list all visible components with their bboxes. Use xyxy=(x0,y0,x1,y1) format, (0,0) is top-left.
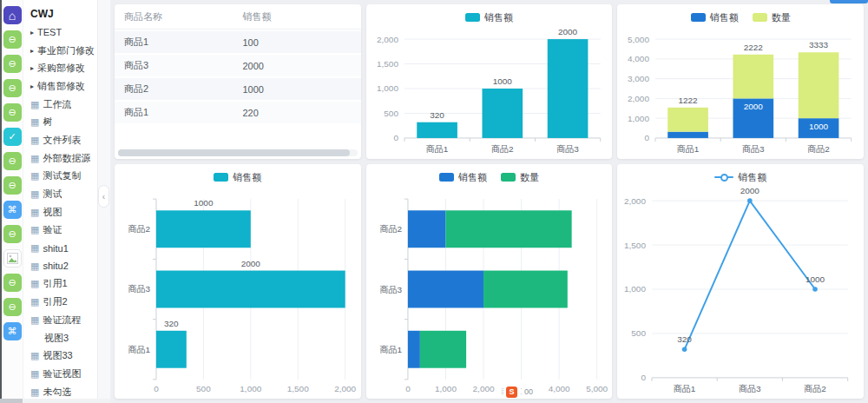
legend-item[interactable]: 销售额 xyxy=(714,171,766,184)
sidebar-item[interactable]: ▦验证视图 xyxy=(23,365,97,383)
chevron-left-icon: ‹ xyxy=(102,192,105,202)
svg-text:商品2: 商品2 xyxy=(128,224,150,234)
app-command-icon[interactable]: ⌘ xyxy=(3,322,22,340)
scrollbar-thumb[interactable] xyxy=(118,149,350,156)
sidebar-item-label: 树 xyxy=(43,116,52,129)
chart-canvas[interactable]: 05001,0001,5002,000商品1商品2商品332010002000 xyxy=(366,27,613,159)
table-row[interactable]: 商品1100 xyxy=(115,31,361,53)
sales-line-chart-panel: 销售额05001,0001,5002,000商品1商品3商品2320200010… xyxy=(617,164,864,399)
sidebar-item[interactable]: ▦外部数据源 xyxy=(23,149,97,168)
legend-label: 销售额 xyxy=(738,171,766,184)
sidebar-horizontal-scrollbar[interactable] xyxy=(0,399,110,403)
home-icon[interactable]: ⌂ xyxy=(3,6,22,24)
sidebar-item[interactable]: ▦测试复制 xyxy=(23,168,97,186)
svg-text:商品1: 商品1 xyxy=(425,144,448,154)
sidebar-item[interactable]: ▸采购部修改 xyxy=(23,59,97,77)
svg-text:1000: 1000 xyxy=(809,122,829,131)
svg-text:500: 500 xyxy=(196,384,211,393)
table-row[interactable]: 商品21000 xyxy=(115,78,361,100)
legend-item[interactable]: 销售额 xyxy=(465,11,513,24)
table-horizontal-scrollbar[interactable] xyxy=(118,149,358,156)
sidebar-item[interactable]: ▦文件列表 xyxy=(23,131,97,149)
legend-item[interactable]: 销售额 xyxy=(439,171,487,184)
sidebar-item[interactable]: ▸TEST xyxy=(23,23,97,42)
sidebar-item[interactable]: ▦引用1 xyxy=(23,275,97,294)
sidebar-item[interactable]: 视图3 xyxy=(23,329,97,347)
sidebar-item[interactable]: ▦shitu1 xyxy=(23,239,97,257)
sidebar-menu: CWJ ▸TEST▸事业部门修改▸采购部修改▸销售部修改▦工作流▦树▦文件列表▦… xyxy=(23,0,98,403)
legend-item[interactable]: 销售额 xyxy=(214,171,261,184)
series-swatch-icon xyxy=(691,13,706,22)
recorder-app-icon[interactable]: S xyxy=(506,386,517,398)
svg-text:商品3: 商品3 xyxy=(742,144,765,154)
line-series-swatch-icon xyxy=(714,173,733,182)
svg-text:1,000: 1,000 xyxy=(624,285,646,294)
svg-text:商品1: 商品1 xyxy=(379,345,402,354)
sidebar-item-label: shitu1 xyxy=(43,243,68,254)
chart-canvas[interactable]: 05001,0001,5002,000商品2商品3商品110002000320 xyxy=(115,187,361,399)
recorder-timer: 00 xyxy=(524,387,533,396)
svg-text:商品3: 商品3 xyxy=(379,285,402,294)
chart-canvas[interactable]: 05001,0001,5002,000商品1商品3商品232020001000 xyxy=(617,187,864,399)
app-circle-minus-icon[interactable]: ⊖ xyxy=(3,79,22,97)
sidebar-item[interactable]: ▦shitu2 xyxy=(23,257,97,275)
app-shield-check-icon[interactable]: ✓ xyxy=(3,128,22,146)
svg-text:商品3: 商品3 xyxy=(739,384,761,393)
svg-text:0: 0 xyxy=(645,133,650,142)
column-header: 销售额 xyxy=(243,10,361,23)
sidebar-item[interactable]: ▦验证 xyxy=(23,221,97,240)
sidebar-item[interactable]: ▦视图 xyxy=(23,203,97,221)
app-circle-minus-icon[interactable]: ⊖ xyxy=(3,298,22,316)
app-command-icon[interactable]: ⌘ xyxy=(3,201,22,219)
sidebar-item[interactable]: ▦测试 xyxy=(23,185,97,203)
broken-image-icon[interactable] xyxy=(3,249,22,268)
legend-item[interactable]: 销售额 xyxy=(691,11,739,24)
sidebar-item[interactable]: ▦引用2 xyxy=(23,293,97,311)
svg-text:0: 0 xyxy=(641,373,647,382)
sidebar-item-label: 验证 xyxy=(43,223,62,236)
svg-text:500: 500 xyxy=(632,328,647,338)
screen-recorder-overlay[interactable]: ⁞⁞ S ⁚ 00 xyxy=(498,385,536,399)
legend-item[interactable]: 数量 xyxy=(753,11,791,24)
scrollbar-thumb[interactable] xyxy=(0,399,23,403)
sidebar-item[interactable]: ▦树 xyxy=(23,113,97,131)
grid-view-icon: ▦ xyxy=(30,208,39,217)
sidebar-item-label: 采购部修改 xyxy=(37,62,85,75)
sidebar-item[interactable]: ▸事业部门修改 xyxy=(23,42,97,60)
svg-text:2000: 2000 xyxy=(744,102,764,111)
table-cell: 商品2 xyxy=(115,83,243,96)
sidebar-item[interactable]: ▦工作流 xyxy=(23,96,97,114)
app-circle-minus-icon[interactable]: ⊖ xyxy=(3,274,22,292)
svg-text:2,000: 2,000 xyxy=(334,384,356,393)
app-circle-minus-icon[interactable]: ⊖ xyxy=(3,152,22,170)
drag-handle-dots-icon[interactable]: ⁞⁞ xyxy=(501,387,503,396)
app-circle-minus-icon[interactable]: ⊖ xyxy=(3,225,22,243)
sidebar-item[interactable]: ▦验证流程 xyxy=(23,311,97,329)
grid-view-icon: ▦ xyxy=(30,297,39,307)
table-cell: 商品1 xyxy=(115,36,243,49)
svg-text:商品1: 商品1 xyxy=(674,384,696,393)
chart-canvas[interactable]: 01,0002,0003,0004,0005,000商品2商品3商品1 xyxy=(366,187,613,399)
app-circle-minus-icon[interactable]: ⊖ xyxy=(3,55,22,73)
svg-text:商品1: 商品1 xyxy=(128,345,150,354)
svg-text:5,000: 5,000 xyxy=(586,384,608,393)
app-circle-minus-icon[interactable]: ⊖ xyxy=(3,30,22,49)
svg-text:商品2: 商品2 xyxy=(379,224,402,234)
table-row[interactable]: 商品32000 xyxy=(115,55,361,76)
top-right-blue-strip xyxy=(830,0,868,3)
grid-view-icon: ▦ xyxy=(30,261,39,271)
table-cell: 100 xyxy=(243,37,361,48)
svg-text:0: 0 xyxy=(405,384,411,393)
legend-item[interactable]: 数量 xyxy=(501,171,539,184)
series-swatch-icon xyxy=(465,13,480,22)
sidebar-collapse-button[interactable]: ‹ xyxy=(98,185,109,208)
table-row[interactable]: 商品1220 xyxy=(115,102,361,123)
svg-text:1,500: 1,500 xyxy=(624,241,646,250)
sidebar-item[interactable]: ▸销售部修改 xyxy=(23,77,97,96)
app-circle-minus-icon[interactable]: ⊖ xyxy=(3,103,22,122)
svg-text:2000: 2000 xyxy=(740,187,760,195)
chart-canvas[interactable]: 01,0002,0003,0004,0005,000商品1商品3商品232012… xyxy=(617,27,864,159)
sidebar-item[interactable]: ▦视图33 xyxy=(23,347,97,365)
app-circle-minus-icon[interactable]: ⊖ xyxy=(3,176,22,195)
table-cell: 商品3 xyxy=(115,59,243,72)
